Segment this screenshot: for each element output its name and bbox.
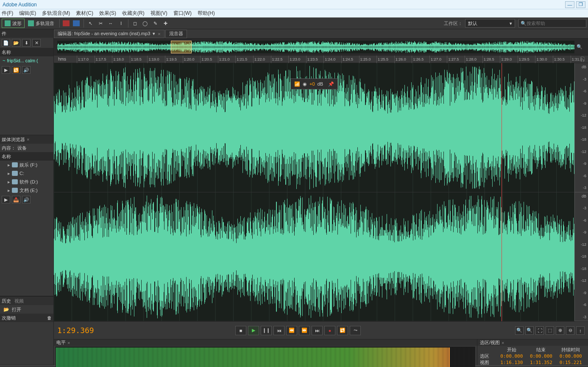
stop-button[interactable]: ■ [235,326,246,335]
open-file-button[interactable]: 📂 [12,39,20,47]
video-tab[interactable]: 视频 [14,298,24,304]
forward-button[interactable]: ⏩ [299,326,310,335]
play-preview-button[interactable]: ▶ [2,66,10,74]
files-panel-tab[interactable]: 件 [2,31,6,37]
view-end[interactable]: 1:31.352 [527,360,556,365]
tree-item[interactable]: ▸娱乐 (F:) [0,161,53,169]
brush-tool[interactable]: ✎ [150,19,160,28]
trash-icon[interactable]: 🗑 [47,315,52,320]
zoom-in-button[interactable]: 🔍 [515,326,524,335]
menu-view[interactable]: 视图(V) [150,10,167,17]
drive-icon [12,171,18,176]
sel-row-label: 选区 [480,353,497,359]
tree-item[interactable]: ▸文档 (E:) [0,186,53,195]
minimize-button[interactable]: — [565,1,574,8]
sel-duration[interactable]: 0:00.000 [556,353,585,359]
mixer-tab[interactable]: 混音器 [165,30,187,38]
menu-clip[interactable]: 素材(C) [76,10,93,17]
overview-selection[interactable] [171,41,192,53]
search-input[interactable] [527,21,584,26]
menu-file[interactable]: 件(F) [2,10,13,17]
editor-tab[interactable]: 编辑器: fripSide - an evening calm (inst).m… [54,30,164,38]
time-tick: 1:20.5 [200,56,218,63]
sel-start[interactable]: 0:00.000 [497,353,527,359]
history-tab[interactable]: 历史 [2,298,11,304]
zoom-controls: 🔍 🔍 ⛶ ⬚ ⊕ ⊖ ↕ [515,326,585,335]
zoom-selection-button[interactable]: ⬚ [546,326,554,335]
skip-selection-button[interactable]: ⤳ [350,326,361,335]
zoom-in-point-button[interactable]: ⊕ [556,326,564,335]
tree-item[interactable]: ▸C: [0,169,53,178]
timeline-ruler[interactable]: hms 1:17.01:17.51:18.01:18.51:19.01:19.5… [54,56,588,63]
level-meter[interactable] [56,347,475,367]
waveform-display[interactable]: 📶 ◉ +0 dB 📌 [54,63,574,321]
razor-tool[interactable]: ✂ [96,19,105,28]
go-end-button[interactable]: ⏭ [312,326,323,335]
autoplay-button[interactable]: 🔊 [22,196,31,203]
file-item[interactable]: ~ fripSid... calm ( [0,56,53,65]
play-preview-button[interactable]: ▶ [2,196,10,203]
close-icon[interactable]: × [67,340,70,345]
overview-waveform[interactable]: 🔍 [54,39,588,56]
playhead[interactable] [502,63,502,321]
close-icon[interactable]: × [502,340,504,345]
gain-hud[interactable]: 📶 ◉ +0 dB 📌 [290,78,338,89]
record-button[interactable]: ● [324,326,335,335]
import-button[interactable]: ⬇ [22,39,31,47]
headphones-icon[interactable]: 🎧 [580,56,585,62]
slip-tool[interactable]: ↔ [106,19,115,28]
pin-icon[interactable]: 📌 [328,81,334,87]
view-duration[interactable]: 0:15.221 [556,360,585,365]
selection-panel-header[interactable]: 选区/视图 × [477,339,588,346]
waveform-view-button[interactable]: 波形 [2,19,25,28]
play-button[interactable]: ▶ [248,326,259,335]
spectral-freq-button[interactable] [61,19,71,28]
go-start-button[interactable]: ⏮ [273,326,284,335]
tree-label: 文档 (E:) [20,187,38,194]
zoom-v-button[interactable]: ↕ [576,326,585,335]
menu-edit[interactable]: 编辑(E) [19,10,36,17]
zoom-out-button[interactable]: 🔍 [525,326,534,335]
menu-window[interactable]: 窗口(W) [173,10,192,17]
knob-icon[interactable]: ◉ [303,81,307,87]
zoom-out-point-button[interactable]: ⊖ [566,326,574,335]
close-icon[interactable]: × [158,31,160,36]
time-tick: 1:24.0 [323,56,341,63]
new-file-button[interactable]: 📄 [2,39,10,47]
history-item[interactable]: 📂 打开 [0,305,53,314]
browser-panel-header[interactable]: 媒体浏览器 × [0,135,53,144]
zoom-fit-icon[interactable]: 🔍 [574,44,585,50]
close-file-button[interactable]: ✕ [32,39,41,47]
waveform-label: 波形 [12,20,22,27]
sel-end[interactable]: 0:00.000 [527,353,556,359]
search-box[interactable]: 🔍 [518,19,586,28]
time-select-tool[interactable]: Ⅰ [116,19,125,28]
multitrack-view-button[interactable]: 多轨混音 [25,19,57,28]
menu-help[interactable]: 帮助(H) [198,10,215,17]
zoom-full-button[interactable]: ⛶ [535,326,544,335]
menu-multitrack[interactable]: 多轨混音(M) [42,10,70,17]
chevron-down-icon[interactable]: ▾ [153,31,155,36]
loop-button[interactable]: 🔁 [12,66,20,74]
loop-button[interactable]: 🔁 [337,326,348,335]
spectral-pitch-button[interactable] [72,19,81,28]
content-value[interactable]: 设备 [17,145,27,151]
lasso-tool[interactable]: ◯ [140,19,150,28]
level-panel-header[interactable]: 电平 × [54,339,477,346]
transport-buttons: ■ ▶ ❙❙ ⏮ ⏪ ⏩ ⏭ ● 🔁 ⤳ [235,326,361,335]
menu-favorites[interactable]: 收藏夹(R) [122,10,145,17]
tree-item[interactable]: ▸软件 (D:) [0,178,53,186]
insert-button[interactable]: 📥 [12,196,20,203]
time-display[interactable]: 1:29.369 [57,326,235,335]
menu-effects[interactable]: 效果(S) [99,10,116,17]
view-start[interactable]: 1:16.130 [497,360,527,365]
workspace-dropdown[interactable]: 默认 ▾ [465,19,515,28]
pause-button[interactable]: ❙❙ [261,326,272,335]
heal-tool[interactable]: ✚ [161,19,170,28]
marquee-tool[interactable]: ◻ [130,19,139,28]
autoplay-button[interactable]: 🔊 [22,66,31,74]
maximize-button[interactable]: ❐ [576,1,585,8]
close-icon[interactable]: × [27,137,29,142]
move-tool[interactable]: ↖ [86,19,95,28]
rewind-button[interactable]: ⏪ [286,326,297,335]
